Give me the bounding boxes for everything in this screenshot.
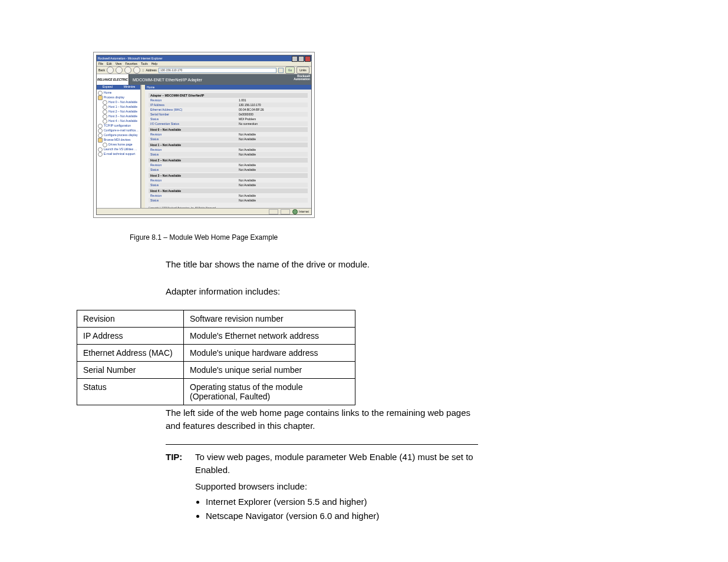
menu-tools[interactable]: Tools <box>141 62 148 65</box>
sidebar-tabs: Expand Minimize <box>97 85 140 90</box>
status-segment <box>269 209 278 214</box>
row-value: 00:04:BC:04:BF:26 <box>239 108 264 111</box>
row-key: Revision <box>150 178 239 182</box>
page-icon <box>103 105 107 110</box>
nav-host3[interactable]: Host 3 – Not Available <box>98 114 139 119</box>
mail-icon <box>98 152 103 157</box>
row-key: I/O Connection Status <box>150 122 239 125</box>
links-button[interactable]: Links <box>297 67 309 74</box>
row-key: Status <box>150 168 239 171</box>
row-key: Status <box>150 117 239 121</box>
row-value: Not Available <box>239 168 256 171</box>
table-row: RevisionNot Available <box>149 193 308 198</box>
row-value: Not Available <box>239 194 256 197</box>
menu-edit[interactable]: Edit <box>107 62 112 65</box>
page-icon <box>103 143 107 147</box>
nav-host1[interactable]: Host 1 – Not Available <box>98 105 139 110</box>
product-title: MDCOMM-ENET EtherNet/IP Adapter <box>133 78 202 82</box>
dropdown-icon[interactable] <box>278 68 284 73</box>
row-key: Status <box>150 153 239 156</box>
nav-host4[interactable]: Host 4 – Not Available <box>98 119 139 124</box>
nav-vsutil[interactable]: Launch the VS Utilities Software <box>98 147 139 152</box>
table-row: RevisionNot Available <box>149 178 308 183</box>
table-value: Module's unique serial number <box>184 362 355 379</box>
table-value: Operating status of the module (Operatio… <box>184 379 355 405</box>
stop-button[interactable] <box>116 67 123 74</box>
address-input[interactable]: 130.156.110.170 <box>159 68 276 73</box>
list-item: Internet Explorer (version 5.5 and highe… <box>206 495 478 508</box>
refresh-button[interactable] <box>124 67 131 74</box>
minimize-icon[interactable] <box>292 56 298 62</box>
page-icon <box>98 128 103 133</box>
menu-bar: File Edit View Favorites Tools Help <box>97 61 311 66</box>
menu-help[interactable]: Help <box>151 62 157 65</box>
back-button[interactable]: Back <box>98 68 105 72</box>
intro-paragraph-1: The title bar shows the name of the driv… <box>166 258 502 271</box>
row-value: Not Available <box>239 153 256 156</box>
window-title: Rockwell Automation - Microsoft Internet… <box>98 57 163 60</box>
nav-home[interactable]: Home <box>98 91 139 95</box>
row-key: IP Address <box>150 103 239 107</box>
maximize-icon[interactable] <box>298 56 304 62</box>
main-tab-home[interactable]: Home <box>145 85 311 90</box>
close-icon[interactable] <box>305 56 311 62</box>
row-key: Status <box>150 183 239 187</box>
go-button[interactable]: Go <box>285 67 295 74</box>
menu-favorites[interactable]: Favorites <box>125 62 137 65</box>
row-value: No connection <box>239 122 258 125</box>
row-value: MDI Problem <box>239 117 256 121</box>
reliance-logo: RELIANCE ELECTRIC <box>97 74 129 85</box>
nav-drives-home[interactable]: Drives home page <box>98 143 139 147</box>
nav-host2[interactable]: Host 2 – Not Available <box>98 110 139 114</box>
host-header: Host 3 – Not Available <box>149 173 308 178</box>
page-icon <box>98 91 103 95</box>
main-pane: Home Adapter – MDCOMM-ENET EtherNet/IP R… <box>145 85 311 208</box>
row-key: Status <box>150 199 239 202</box>
tab-minimize[interactable]: Minimize <box>118 85 140 90</box>
home-button[interactable] <box>133 67 140 74</box>
table-row: StatusMDI Problem <box>149 117 308 121</box>
menu-file[interactable]: File <box>98 62 103 65</box>
tip-browsers: Supported browsers include: <box>195 480 478 493</box>
product-banner: RELIANCE ELECTRIC MDCOMM-ENET EtherNet/I… <box>97 74 311 85</box>
table-key: Serial Number <box>77 362 184 379</box>
remaining-paragraph: The left side of the web home page conta… <box>166 406 478 432</box>
sidebar: Expand Minimize Home Process display Hos… <box>97 85 141 208</box>
table-row: IP AddressModule's Ethernet network addr… <box>77 328 355 345</box>
table-row: Serial NumberModule's unique serial numb… <box>77 362 355 379</box>
nav-email-support[interactable]: E-mail technical support <box>98 152 139 157</box>
table-row: Ethernet Address (MAC)Module's unique ha… <box>77 345 355 362</box>
nav-browse-mdi[interactable]: Browse MDI devices <box>98 138 139 143</box>
page-icon <box>103 110 107 114</box>
row-value: Not Available <box>239 199 256 202</box>
tip-body: To view web pages, module parameter Web … <box>195 451 478 524</box>
page-icon <box>98 124 103 128</box>
forward-button[interactable] <box>107 67 114 74</box>
row-key: Ethernet Address (MAC) <box>150 108 239 111</box>
host-header: Host 0 – Not Available <box>149 127 308 132</box>
nav-host0[interactable]: Host 0 – Not Available <box>98 100 139 105</box>
table-row: IP Address130.156.110.170 <box>149 103 308 107</box>
nav-tree: Home Process display Host 0 – Not Availa… <box>97 90 140 208</box>
sidebar-scrollbar[interactable] <box>141 85 145 208</box>
table-key: Status <box>77 379 184 405</box>
tip-box: TIP: To view web pages, module parameter… <box>166 444 478 524</box>
nav-proc-cfg[interactable]: Configure process display <box>98 133 139 138</box>
row-value: Not Available <box>239 133 256 136</box>
address-value: 130.156.110.170 <box>160 68 183 72</box>
page-icon <box>103 114 107 119</box>
table-key: Revision <box>77 310 184 328</box>
table-row: StatusNot Available <box>149 198 308 203</box>
host-header: Host 1 – Not Available <box>149 143 308 147</box>
table-row: StatusNot Available <box>149 183 308 187</box>
nav-process-display[interactable]: Process display <box>98 95 139 100</box>
tab-expand[interactable]: Expand <box>97 85 118 90</box>
window-controls <box>292 56 311 62</box>
nav-email[interactable]: Configure e-mail notification <box>98 128 139 133</box>
table-row: RevisionNot Available <box>149 147 308 152</box>
nav-tcpip[interactable]: TCP/IP configuration <box>98 124 139 128</box>
screenshot-figure: Rockwell Automation - Microsoft Internet… <box>93 52 315 218</box>
gear-icon <box>98 147 103 152</box>
menu-view[interactable]: View <box>116 62 122 65</box>
row-key: Revision <box>150 163 239 167</box>
